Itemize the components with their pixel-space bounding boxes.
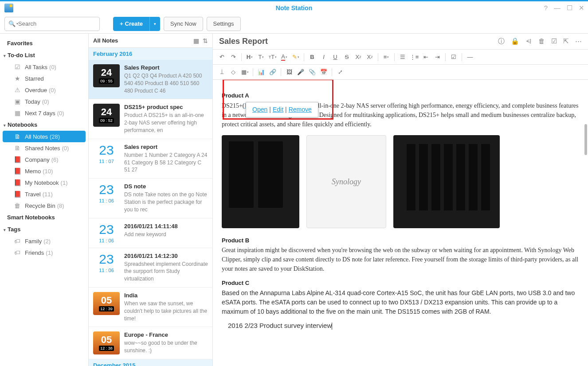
hr-icon[interactable]: — <box>465 52 475 62</box>
share-icon[interactable]: ⩤ <box>525 37 532 46</box>
table-icon[interactable]: ▦▾ <box>239 67 250 78</box>
note-date: 2311 : 06 <box>93 253 120 283</box>
search-box[interactable]: 🔍 ▾ <box>4 17 100 31</box>
note-item[interactable]: 2311 : 062016/01/21 14:12:30Spreadsheet … <box>89 248 212 288</box>
todo-item-1[interactable]: ★Starred <box>0 73 88 84</box>
more-icon[interactable]: ⋯ <box>575 37 582 46</box>
note-item[interactable]: 0512 : 38Europe - Francewow~~so good to … <box>89 327 212 359</box>
font-icon[interactable]: T▾ <box>256 52 267 62</box>
help-icon[interactable]: ? <box>544 4 548 12</box>
note-date: 2311 : 07 <box>93 144 120 174</box>
expand-icon[interactable]: ⤢ <box>335 67 345 78</box>
trash-icon[interactable]: 🗑 <box>538 37 545 46</box>
item-icon: 🗎 <box>13 144 21 152</box>
clear-format-icon[interactable]: ⟘ <box>216 67 227 78</box>
link-edit[interactable]: Edit <box>273 106 283 113</box>
mic-icon[interactable]: 🎤 <box>295 67 306 78</box>
format-toolbar: ↶ ↷ H▾ T▾ TT▾ A▾ ✎▾ B I U S X2 X2 ≡▾ ☰ ⋮… <box>213 50 588 65</box>
nas-image-1 <box>222 135 299 228</box>
titlebar: Note Station ? — ☐ ✕ <box>0 0 588 14</box>
notebook-item-6[interactable]: 🗑Recycle Bin(8) <box>0 200 88 211</box>
eraser-icon[interactable]: ◇ <box>228 67 239 78</box>
checklist-icon[interactable]: ☑ <box>551 37 557 46</box>
note-list: All Notes ▦ ⇅ February 20162409 : 55Sale… <box>89 34 213 366</box>
todo-item-3[interactable]: ▣Today(0) <box>0 96 88 107</box>
tag-item-1[interactable]: 🏷Friends(1) <box>0 247 88 258</box>
align-icon[interactable]: ≡▾ <box>381 52 392 62</box>
indent-icon[interactable]: ⇥ <box>432 52 443 62</box>
note-thumbnail: 0512 : 38 <box>93 331 120 354</box>
item-icon: ★ <box>13 75 21 82</box>
notebook-item-3[interactable]: 📕Memo(10) <box>0 165 88 177</box>
todo-item-0[interactable]: ☑All Tasks(0) <box>0 61 88 73</box>
superscript-icon[interactable]: X2 <box>365 52 375 62</box>
undo-icon[interactable]: ↶ <box>216 52 227 62</box>
bullet-list-icon[interactable]: ⋮≡ <box>409 52 419 62</box>
outdent-icon[interactable]: ⇤ <box>420 52 431 62</box>
settings-button[interactable]: Settings <box>207 17 241 31</box>
note-item[interactable]: 2311 : 07Sales report Number 1 Number 2 … <box>89 139 212 179</box>
notebook-item-5[interactable]: 📕Travel(11) <box>0 188 88 200</box>
heading-product-c: Product C <box>222 279 579 288</box>
note-item[interactable]: 0512 : 39IndiaWhen we saw the sunset, we… <box>89 288 212 327</box>
text-color-icon[interactable]: A▾ <box>279 52 290 62</box>
note-item[interactable]: 2409 : 55Sales Report Q1 Q2 Q3 Q4 Produc… <box>89 60 212 99</box>
chart-icon[interactable]: 📊 <box>256 67 267 78</box>
todo-item-4[interactable]: ▦Next 7 days(0) <box>0 107 88 119</box>
create-dropdown[interactable]: ▾ <box>149 17 160 31</box>
sync-now-button[interactable]: Sync Now <box>164 17 203 31</box>
survey-line[interactable]: 2016 2/23 Product survey interview <box>228 321 579 331</box>
note-thumbnail: 2409 : 52 <box>93 104 120 127</box>
tag-item-0[interactable]: 🏷Family(2) <box>0 235 88 247</box>
underline-icon[interactable]: U <box>330 52 341 62</box>
image-icon[interactable]: 🖼 <box>284 67 294 78</box>
numbered-list-icon[interactable]: ☰ <box>397 52 408 62</box>
editor-content[interactable]: Product A DS215+(DS215+ product spec) is… <box>213 80 588 366</box>
info-icon[interactable]: ⓘ <box>498 37 505 46</box>
redo-icon[interactable]: ↷ <box>228 52 239 62</box>
note-item[interactable]: 2311 : 06DS noteDS note Take notes on th… <box>89 179 212 218</box>
nas-image-2: Synology <box>306 135 386 228</box>
create-button[interactable]: +Create <box>113 17 149 31</box>
scrollbar[interactable] <box>584 124 587 155</box>
heading-icon[interactable]: H▾ <box>244 52 255 62</box>
minimize-icon[interactable]: — <box>554 4 561 12</box>
checkbox-icon[interactable]: ☑ <box>448 52 459 62</box>
subscript-icon[interactable]: X2 <box>353 52 364 62</box>
font-size-icon[interactable]: TT▾ <box>267 52 278 62</box>
calendar-icon[interactable]: 📅 <box>318 67 329 78</box>
grid-view-icon[interactable]: ▦ <box>193 37 199 44</box>
tags-section[interactable]: Tags <box>0 223 88 235</box>
month-divider: December 2015 <box>89 359 212 366</box>
sidebar: Favorites To-do List ☑All Tasks(0)★Starr… <box>0 34 89 366</box>
close-icon[interactable]: ✕ <box>579 4 584 12</box>
link-open[interactable]: Open <box>252 106 267 113</box>
maximize-icon[interactable]: ☐ <box>567 4 572 12</box>
note-item[interactable]: 2311 : 062016/01/21 14:11:48Add new keyw… <box>89 218 212 248</box>
note-item[interactable]: 2409 : 52DS215+ product specProduct A DS… <box>89 99 212 139</box>
export-icon[interactable]: ⇱ <box>563 37 569 46</box>
attachment-icon[interactable]: 📎 <box>307 67 318 78</box>
note-title[interactable]: Sales Report <box>219 37 498 46</box>
italic-icon[interactable]: I <box>318 52 329 62</box>
sort-icon[interactable]: ⇅ <box>203 37 208 44</box>
note-date: 2311 : 06 <box>93 223 120 243</box>
toolbar: 🔍 ▾ +Create ▾ Sync Now Settings <box>0 14 588 34</box>
search-icon: 🔍 <box>8 20 16 27</box>
item-icon: ☑ <box>13 63 21 70</box>
link-icon[interactable]: 🔗 <box>267 67 278 78</box>
notebook-item-2[interactable]: 📕Company(6) <box>0 154 88 165</box>
notebook-item-0[interactable]: 🗎All Notes(28) <box>3 131 86 142</box>
notebook-item-1[interactable]: 🗎Shared Notes(0) <box>0 142 88 154</box>
highlight-icon[interactable]: ✎▾ <box>290 52 301 62</box>
search-input[interactable] <box>18 20 96 27</box>
lock-icon[interactable]: 🔒 <box>511 37 519 46</box>
bold-icon[interactable]: B <box>307 52 318 62</box>
todo-section[interactable]: To-do List <box>0 49 88 61</box>
notebooks-section[interactable]: Notebooks <box>0 119 88 131</box>
todo-item-2[interactable]: ⚠Overdue(0) <box>0 84 88 96</box>
notebook-item-4[interactable]: 📕My Notebook(1) <box>0 177 88 188</box>
link-remove[interactable]: Remove <box>289 106 312 113</box>
smart-notebooks-heading: Smart Notebooks <box>0 211 88 223</box>
strike-icon[interactable]: S <box>341 52 352 62</box>
